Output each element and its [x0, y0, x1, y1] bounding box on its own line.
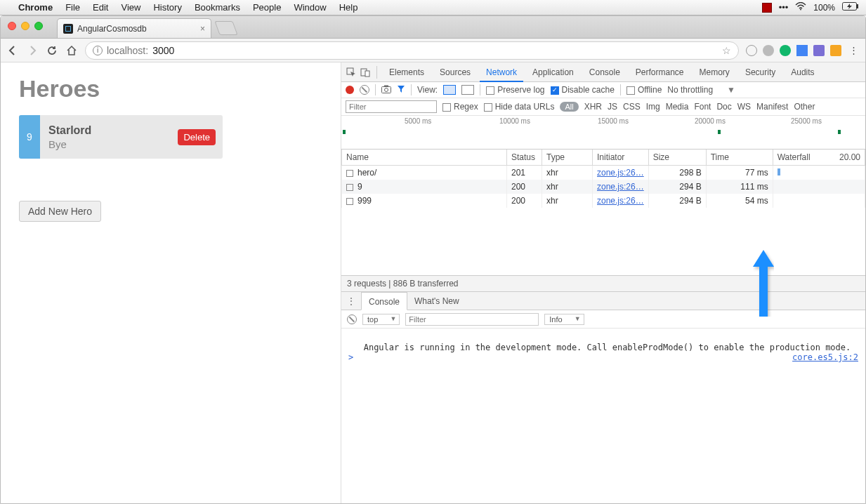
console-output[interactable]: Angular is running in the development mo… — [341, 329, 865, 503]
filter-media[interactable]: Media — [666, 102, 689, 112]
browser-tab[interactable]: AngularCosmosdb × — [57, 18, 211, 38]
extension-icon[interactable] — [796, 45, 808, 56]
preserve-log-checkbox[interactable]: Preserve log — [486, 85, 544, 95]
disable-cache-checkbox[interactable]: Disable cache — [551, 85, 615, 95]
menubar-bookmarks[interactable]: Bookmarks — [195, 2, 240, 13]
tab-favicon — [63, 24, 73, 34]
tab-sources[interactable]: Sources — [433, 62, 477, 82]
tab-audits[interactable]: Audits — [785, 62, 820, 82]
back-button[interactable] — [6, 44, 19, 57]
view-label: View: — [417, 85, 438, 95]
drawer-tab-whatsnew[interactable]: What's New — [407, 292, 466, 310]
close-window-button[interactable] — [8, 22, 16, 30]
svg-rect-6 — [382, 86, 391, 93]
address-bar[interactable]: i localhost:3000 ☆ — [85, 41, 739, 60]
filter-doc[interactable]: Doc — [716, 102, 731, 112]
menubar-app[interactable]: Chrome — [18, 2, 53, 13]
extension-icon[interactable] — [763, 45, 774, 56]
filter-css[interactable]: CSS — [623, 102, 641, 112]
clear-button[interactable] — [360, 85, 369, 95]
wifi-icon[interactable] — [795, 2, 806, 13]
new-tab-button[interactable] — [214, 21, 237, 35]
menubar-help[interactable]: Help — [339, 2, 358, 13]
menubar-history[interactable]: History — [153, 2, 181, 13]
hide-data-urls-checkbox[interactable]: Hide data URLs — [484, 102, 555, 112]
table-row[interactable]: 9200xhrzone.js:26…294 B111 ms — [342, 180, 865, 194]
console-clear-button[interactable] — [347, 314, 357, 324]
extension-icon[interactable] — [780, 45, 791, 56]
overflow-icon[interactable]: ••• — [779, 2, 789, 13]
console-prompt[interactable]: > — [348, 352, 353, 362]
filter-font[interactable]: Font — [694, 102, 711, 112]
table-row[interactable]: 999200xhrzone.js:26…294 B54 ms — [342, 194, 865, 208]
col-size[interactable]: Size — [648, 150, 706, 166]
console-level-select[interactable]: Info — [544, 314, 584, 325]
hero-id-badge: 9 — [19, 115, 40, 159]
battery-icon[interactable] — [842, 2, 859, 13]
network-request-table[interactable]: Name Status Type Initiator Size Time Wat… — [341, 150, 865, 276]
tab-application[interactable]: Application — [526, 62, 580, 82]
devtools: Elements Sources Network Application Con… — [341, 62, 865, 503]
console-source-link[interactable]: core.es5.js:2 — [792, 352, 858, 362]
menubar-window[interactable]: Window — [294, 2, 326, 13]
tab-elements[interactable]: Elements — [383, 62, 431, 82]
tab-console[interactable]: Console — [583, 62, 626, 82]
menubar-view[interactable]: View — [121, 2, 140, 13]
tab-memory[interactable]: Memory — [693, 62, 736, 82]
col-time[interactable]: Time — [706, 150, 773, 166]
zoom-window-button[interactable] — [34, 22, 43, 30]
inspect-element-icon[interactable] — [346, 67, 357, 78]
network-timeline[interactable]: 5000 ms 10000 ms 15000 ms 20000 ms 25000… — [341, 116, 865, 150]
tab-performance[interactable]: Performance — [629, 62, 690, 82]
drawer-tabs: ⋮ Console What's New — [341, 292, 865, 310]
record-button[interactable] — [346, 86, 354, 94]
extension-icon[interactable] — [813, 45, 825, 56]
offline-checkbox[interactable]: Offline — [626, 85, 662, 95]
view-small-rows-button[interactable] — [461, 85, 474, 95]
filter-js[interactable]: JS — [608, 102, 617, 112]
forward-button[interactable] — [26, 44, 39, 57]
filter-xhr[interactable]: XHR — [584, 102, 602, 112]
filter-img[interactable]: Img — [646, 102, 660, 112]
regex-checkbox[interactable]: Regex — [442, 102, 478, 112]
drawer-tab-console[interactable]: Console — [361, 292, 407, 310]
table-row[interactable]: hero/201xhrzone.js:26…298 B77 ms — [342, 166, 865, 180]
console-context-select[interactable]: top — [362, 314, 400, 325]
hero-card[interactable]: 9 Starlord Bye Delete — [19, 115, 223, 159]
col-initiator[interactable]: Initiator — [593, 150, 649, 166]
filter-input[interactable] — [346, 100, 437, 113]
home-button[interactable] — [65, 44, 78, 57]
col-type[interactable]: Type — [542, 150, 593, 166]
screenshot-icon[interactable] — [381, 85, 391, 95]
menubar-edit[interactable]: Edit — [93, 2, 108, 13]
col-waterfall[interactable]: Waterfall20.00 — [773, 150, 865, 166]
throttling-select[interactable]: No throttling ▼ — [667, 85, 735, 95]
tab-security[interactable]: Security — [739, 62, 782, 82]
extension-icon[interactable] — [830, 45, 841, 56]
delete-button[interactable]: Delete — [178, 129, 216, 145]
drawer-menu-icon[interactable]: ⋮ — [341, 296, 361, 306]
url-host: localhost: — [107, 45, 148, 56]
filter-other[interactable]: Other — [794, 102, 815, 112]
minimize-window-button[interactable] — [21, 22, 29, 30]
chrome-menu-icon[interactable]: ⋮ — [847, 44, 860, 57]
col-status[interactable]: Status — [507, 150, 542, 166]
add-hero-button[interactable]: Add New Hero — [19, 201, 101, 222]
view-large-rows-button[interactable] — [443, 85, 456, 95]
filter-ws[interactable]: WS — [737, 102, 751, 112]
extension-icon[interactable] — [746, 45, 757, 56]
col-name[interactable]: Name — [342, 150, 507, 166]
device-toolbar-icon[interactable] — [360, 67, 371, 78]
status-app-icon[interactable] — [762, 3, 772, 13]
tab-close-icon[interactable]: × — [200, 24, 205, 34]
filter-all[interactable]: All — [560, 102, 578, 112]
filter-icon[interactable] — [397, 85, 405, 95]
menubar-file[interactable]: File — [65, 2, 80, 13]
reload-button[interactable] — [46, 44, 58, 57]
filter-manifest[interactable]: Manifest — [756, 102, 788, 112]
console-filter-input[interactable] — [405, 313, 539, 326]
menubar-people[interactable]: People — [253, 2, 281, 13]
bookmark-star-icon[interactable]: ☆ — [722, 45, 731, 56]
site-info-icon[interactable]: i — [93, 46, 103, 55]
tab-network[interactable]: Network — [480, 62, 523, 82]
